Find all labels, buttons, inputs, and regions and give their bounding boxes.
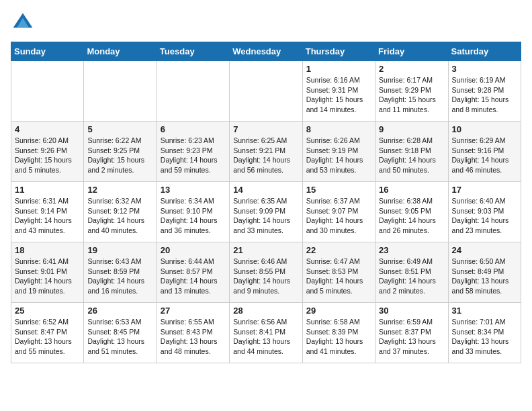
- day-number: 6: [161, 124, 226, 134]
- day-header-saturday: Saturday: [448, 42, 521, 61]
- calendar-cell: 29Sunrise: 6:58 AMSunset: 8:39 PMDayligh…: [302, 303, 375, 363]
- day-info: Sunrise: 6:34 AMSunset: 9:10 PMDaylight:…: [161, 196, 226, 236]
- day-info: Sunrise: 6:53 AMSunset: 8:45 PMDaylight:…: [87, 317, 152, 357]
- day-header-monday: Monday: [84, 42, 157, 61]
- calendar-cell: [84, 61, 157, 122]
- calendar-cell: 10Sunrise: 6:29 AMSunset: 9:16 PMDayligh…: [448, 122, 521, 182]
- day-info: Sunrise: 6:20 AMSunset: 9:26 PMDaylight:…: [15, 136, 80, 175]
- day-header-sunday: Sunday: [11, 42, 84, 61]
- day-number: 16: [379, 185, 444, 195]
- day-info: Sunrise: 6:55 AMSunset: 8:43 PMDaylight:…: [161, 317, 226, 357]
- calendar-cell: 30Sunrise: 6:59 AMSunset: 8:37 PMDayligh…: [375, 303, 448, 363]
- day-number: 22: [306, 245, 371, 255]
- calendar-cell: 3Sunrise: 6:19 AMSunset: 9:28 PMDaylight…: [448, 61, 521, 122]
- calendar-cell: 28Sunrise: 6:56 AMSunset: 8:41 PMDayligh…: [230, 303, 302, 363]
- week-row-3: 11Sunrise: 6:31 AMSunset: 9:14 PMDayligh…: [11, 182, 521, 242]
- day-number: 13: [161, 185, 226, 195]
- logo-icon: [11, 11, 35, 35]
- day-header-wednesday: Wednesday: [230, 42, 302, 61]
- day-number: 7: [233, 124, 298, 134]
- calendar-cell: 18Sunrise: 6:41 AMSunset: 9:01 PMDayligh…: [11, 242, 84, 303]
- day-number: 2: [379, 64, 444, 74]
- day-number: 12: [87, 185, 152, 195]
- day-number: 1: [306, 64, 371, 74]
- day-info: Sunrise: 6:43 AMSunset: 8:59 PMDaylight:…: [87, 257, 152, 296]
- week-row-4: 18Sunrise: 6:41 AMSunset: 9:01 PMDayligh…: [11, 242, 521, 303]
- logo: [11, 11, 38, 35]
- day-info: Sunrise: 6:19 AMSunset: 9:28 PMDaylight:…: [452, 75, 517, 115]
- day-number: 27: [161, 306, 226, 316]
- day-info: Sunrise: 6:58 AMSunset: 8:39 PMDaylight:…: [306, 317, 371, 357]
- day-number: 21: [233, 245, 298, 255]
- day-info: Sunrise: 6:49 AMSunset: 8:51 PMDaylight:…: [379, 257, 444, 296]
- day-number: 15: [306, 185, 371, 195]
- day-info: Sunrise: 6:35 AMSunset: 9:09 PMDaylight:…: [233, 196, 298, 236]
- day-info: Sunrise: 7:01 AMSunset: 8:34 PMDaylight:…: [452, 317, 517, 357]
- calendar-cell: 2Sunrise: 6:17 AMSunset: 9:29 PMDaylight…: [375, 61, 448, 122]
- calendar-cell: 19Sunrise: 6:43 AMSunset: 8:59 PMDayligh…: [84, 242, 157, 303]
- day-info: Sunrise: 6:37 AMSunset: 9:07 PMDaylight:…: [306, 196, 371, 236]
- day-number: 11: [15, 185, 80, 195]
- day-info: Sunrise: 6:32 AMSunset: 9:12 PMDaylight:…: [87, 196, 152, 236]
- day-number: 26: [87, 306, 152, 316]
- header-row: SundayMondayTuesdayWednesdayThursdayFrid…: [11, 42, 521, 61]
- day-info: Sunrise: 6:17 AMSunset: 9:29 PMDaylight:…: [379, 75, 444, 115]
- day-info: Sunrise: 6:22 AMSunset: 9:25 PMDaylight:…: [87, 136, 152, 175]
- day-number: 10: [452, 124, 517, 134]
- calendar-table: SundayMondayTuesdayWednesdayThursdayFrid…: [11, 42, 521, 363]
- calendar-cell: [11, 61, 84, 122]
- calendar-cell: 6Sunrise: 6:23 AMSunset: 9:23 PMDaylight…: [157, 122, 229, 182]
- calendar-cell: 5Sunrise: 6:22 AMSunset: 9:25 PMDaylight…: [84, 122, 157, 182]
- day-number: 14: [233, 185, 298, 195]
- calendar-cell: 7Sunrise: 6:25 AMSunset: 9:21 PMDaylight…: [230, 122, 302, 182]
- day-number: 18: [15, 245, 80, 255]
- day-info: Sunrise: 6:52 AMSunset: 8:47 PMDaylight:…: [15, 317, 80, 357]
- calendar-cell: 14Sunrise: 6:35 AMSunset: 9:09 PMDayligh…: [230, 182, 302, 242]
- day-number: 4: [15, 124, 80, 134]
- day-info: Sunrise: 6:23 AMSunset: 9:23 PMDaylight:…: [161, 136, 226, 175]
- day-info: Sunrise: 6:29 AMSunset: 9:16 PMDaylight:…: [452, 136, 517, 175]
- calendar-cell: 20Sunrise: 6:44 AMSunset: 8:57 PMDayligh…: [157, 242, 229, 303]
- day-info: Sunrise: 6:44 AMSunset: 8:57 PMDaylight:…: [161, 257, 226, 296]
- day-info: Sunrise: 6:38 AMSunset: 9:05 PMDaylight:…: [379, 196, 444, 236]
- day-number: 31: [452, 306, 517, 316]
- day-header-friday: Friday: [375, 42, 448, 61]
- day-number: 30: [379, 306, 444, 316]
- day-header-tuesday: Tuesday: [157, 42, 229, 61]
- calendar-cell: 8Sunrise: 6:26 AMSunset: 9:19 PMDaylight…: [302, 122, 375, 182]
- day-number: 20: [161, 245, 226, 255]
- day-info: Sunrise: 6:25 AMSunset: 9:21 PMDaylight:…: [233, 136, 298, 175]
- day-info: Sunrise: 6:59 AMSunset: 8:37 PMDaylight:…: [379, 317, 444, 357]
- calendar-cell: 26Sunrise: 6:53 AMSunset: 8:45 PMDayligh…: [84, 303, 157, 363]
- calendar-cell: 13Sunrise: 6:34 AMSunset: 9:10 PMDayligh…: [157, 182, 229, 242]
- calendar-cell: 21Sunrise: 6:46 AMSunset: 8:55 PMDayligh…: [230, 242, 302, 303]
- day-info: Sunrise: 6:28 AMSunset: 9:18 PMDaylight:…: [379, 136, 444, 175]
- week-row-5: 25Sunrise: 6:52 AMSunset: 8:47 PMDayligh…: [11, 303, 521, 363]
- day-number: 24: [452, 245, 517, 255]
- calendar-cell: [230, 61, 302, 122]
- day-number: 5: [87, 124, 152, 134]
- calendar-cell: 24Sunrise: 6:50 AMSunset: 8:49 PMDayligh…: [448, 242, 521, 303]
- day-number: 28: [233, 306, 298, 316]
- page-header: [11, 11, 521, 35]
- calendar-cell: 17Sunrise: 6:40 AMSunset: 9:03 PMDayligh…: [448, 182, 521, 242]
- day-header-thursday: Thursday: [302, 42, 375, 61]
- calendar-cell: 15Sunrise: 6:37 AMSunset: 9:07 PMDayligh…: [302, 182, 375, 242]
- calendar-cell: 31Sunrise: 7:01 AMSunset: 8:34 PMDayligh…: [448, 303, 521, 363]
- day-info: Sunrise: 6:16 AMSunset: 9:31 PMDaylight:…: [306, 75, 371, 115]
- day-number: 3: [452, 64, 517, 74]
- calendar-cell: 27Sunrise: 6:55 AMSunset: 8:43 PMDayligh…: [157, 303, 229, 363]
- week-row-2: 4Sunrise: 6:20 AMSunset: 9:26 PMDaylight…: [11, 122, 521, 182]
- day-number: 17: [452, 185, 517, 195]
- day-number: 19: [87, 245, 152, 255]
- day-info: Sunrise: 6:46 AMSunset: 8:55 PMDaylight:…: [233, 257, 298, 296]
- calendar-cell: 1Sunrise: 6:16 AMSunset: 9:31 PMDaylight…: [302, 61, 375, 122]
- day-info: Sunrise: 6:40 AMSunset: 9:03 PMDaylight:…: [452, 196, 517, 236]
- calendar-cell: 4Sunrise: 6:20 AMSunset: 9:26 PMDaylight…: [11, 122, 84, 182]
- calendar-cell: 16Sunrise: 6:38 AMSunset: 9:05 PMDayligh…: [375, 182, 448, 242]
- day-info: Sunrise: 6:50 AMSunset: 8:49 PMDaylight:…: [452, 257, 517, 296]
- day-info: Sunrise: 6:31 AMSunset: 9:14 PMDaylight:…: [15, 196, 80, 236]
- calendar-cell: 23Sunrise: 6:49 AMSunset: 8:51 PMDayligh…: [375, 242, 448, 303]
- day-info: Sunrise: 6:56 AMSunset: 8:41 PMDaylight:…: [233, 317, 298, 357]
- calendar-body: 1Sunrise: 6:16 AMSunset: 9:31 PMDaylight…: [11, 61, 521, 363]
